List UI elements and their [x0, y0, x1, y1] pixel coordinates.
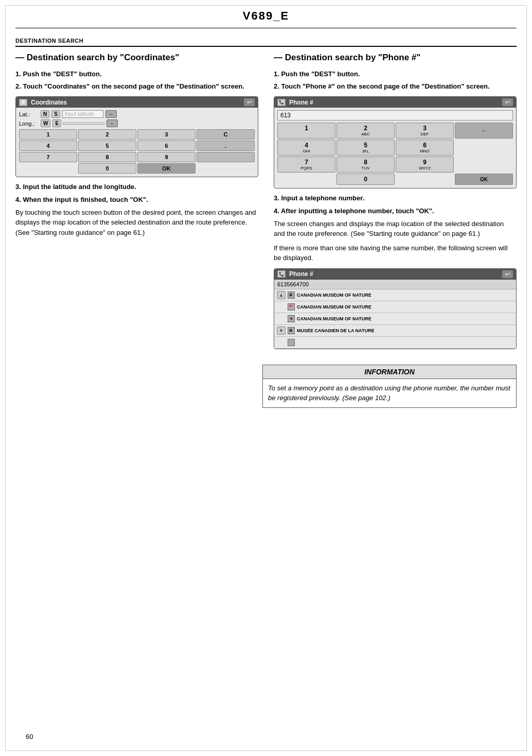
- right-step1: 1. Push the "DEST" button.: [274, 70, 517, 79]
- item-icon-1: 🚩: [288, 303, 295, 311]
- compass-icon: ⊕: [19, 99, 27, 106]
- item-text-1: CANADIAN MUSEUM OF NATURE: [297, 304, 371, 310]
- scroll-up-btn[interactable]: ▲: [277, 291, 286, 299]
- item-icon-2: ★: [288, 315, 295, 322]
- numpad-dot-right[interactable]: .: [197, 141, 255, 151]
- phone-btn-2[interactable]: 2ABC: [336, 123, 395, 139]
- numpad-1[interactable]: 1: [19, 129, 77, 140]
- screen-header-left: ⊕ Coordinates: [19, 99, 67, 106]
- phone-back-button[interactable]: ↩: [502, 98, 513, 106]
- long-row: Long.: W E ←: [19, 119, 255, 127]
- lat-input[interactable]: Input latitude: [62, 110, 103, 118]
- left-section-title: — Destination search by "Coordinates": [15, 52, 258, 63]
- phone-screen-icon: 📞: [277, 99, 286, 106]
- phone-numpad-empty3: [277, 174, 335, 185]
- results-item-0[interactable]: ▲ 🏛 CANADIAN MUSEUM OF NATURE: [274, 289, 516, 301]
- page-number: 60: [26, 733, 33, 741]
- item-text-0: CANADIAN MUSEUM OF NATURE: [297, 293, 371, 298]
- phone-btn-6[interactable]: 6MNO: [396, 140, 454, 156]
- results-screen-header: 📞 Phone # ↩: [274, 269, 516, 280]
- long-input[interactable]: [63, 123, 104, 125]
- right-body2: If there is more than one site having th…: [274, 243, 517, 263]
- left-step4: 4. When the input is finished, touch "OK…: [15, 195, 258, 204]
- results-back-button[interactable]: ↩: [502, 270, 513, 278]
- coordinates-screen: ⊕ Coordinates ↩ Lat.: N S Input latitude…: [15, 96, 258, 177]
- item-icon-0: 🏛: [288, 291, 295, 299]
- phone-backspace-btn[interactable]: ←: [455, 123, 513, 139]
- lat-row: Lat.: N S Input latitude ←: [19, 110, 255, 118]
- phone-screen-title: Phone #: [289, 99, 313, 106]
- lat-label: Lat.:: [19, 111, 39, 117]
- results-item-3[interactable]: ▼ 🏛 MUSÉE CANADIEN DE LA NATURE: [274, 325, 516, 337]
- numpad-c-right[interactable]: C: [197, 129, 255, 140]
- phone-btn-5[interactable]: 5JKL: [336, 140, 395, 156]
- phone-btn-8[interactable]: 8TUV: [336, 157, 395, 173]
- numpad-9[interactable]: 9: [137, 152, 196, 162]
- numpad-3[interactable]: 3: [137, 129, 196, 140]
- results-item-1[interactable]: ▲ 🚩 CANADIAN MUSEUM OF NATURE: [274, 301, 516, 313]
- long-label: Long.:: [19, 121, 39, 127]
- right-body1: The screen changes and displays the map …: [274, 219, 517, 239]
- results-phone-number: 6135664700: [274, 280, 516, 289]
- numpad-extra[interactable]: [197, 152, 255, 162]
- numpad-4[interactable]: 4: [19, 141, 77, 151]
- results-phone-icon: 📞: [277, 270, 286, 278]
- results-item-4: ▲: [274, 337, 516, 349]
- left-body1: By touching the touch screen button of t…: [15, 208, 258, 238]
- phone-screen-header: 📞 Phone # ↩: [274, 97, 516, 108]
- coordinates-title: Coordinates: [31, 99, 67, 106]
- main-content: — Destination search by "Coordinates" 1.…: [15, 52, 517, 354]
- left-column: — Destination search by "Coordinates" 1.…: [15, 52, 258, 354]
- numpad-ok-button[interactable]: OK: [137, 163, 196, 174]
- phone-header-left: 📞 Phone #: [277, 99, 313, 106]
- item-text-3: MUSÉE CANADIEN DE LA NATURE: [297, 328, 375, 333]
- numpad-6[interactable]: 6: [137, 141, 196, 151]
- right-column: — Destination search by "Phone #" 1. Pus…: [274, 52, 517, 354]
- phone-btn-7[interactable]: 7PQRS: [277, 157, 335, 173]
- long-w-button[interactable]: W: [41, 119, 50, 127]
- numpad-0[interactable]: 0: [78, 163, 136, 174]
- phone-input-display[interactable]: 613: [277, 110, 513, 121]
- left-step2: 2. Touch "Coordinates" on the second pag…: [15, 82, 258, 91]
- phone-numpad-empty2: [455, 157, 513, 173]
- numpad-2[interactable]: 2: [78, 129, 136, 140]
- right-step2: 2. Touch "Phone #" on the second page of…: [274, 82, 517, 91]
- phone-btn-0[interactable]: 0: [336, 174, 395, 185]
- left-step3: 3. Input the latitude and the longitude.: [15, 182, 258, 192]
- left-step1: 1. Push the "DEST" button.: [15, 70, 258, 79]
- coordinates-back-button[interactable]: ↩: [244, 98, 255, 106]
- lat-s-button[interactable]: S: [51, 110, 60, 118]
- phone-numpad: 1 2ABC 3DEF ← 4GHI 5JKL 6MNO 7PQRS 8TUV …: [277, 123, 513, 185]
- results-title: Phone #: [289, 270, 313, 278]
- phone-numpad-empty1: [455, 140, 513, 156]
- lat-n-button[interactable]: N: [41, 110, 49, 118]
- information-box: INFORMATION To set a memory point as a d…: [262, 365, 517, 408]
- phone-results-screen: 📞 Phone # ↩ 6135664700 ▲ 🏛 CANADIAN MUSE…: [274, 268, 517, 349]
- numpad-8[interactable]: 8: [78, 152, 136, 162]
- section-header: DESTINATION SEARCH: [15, 38, 517, 47]
- info-box-header: INFORMATION: [263, 365, 516, 379]
- page-header: V689_E: [15, 0, 517, 28]
- phone-btn-3[interactable]: 3DEF: [396, 123, 454, 139]
- coordinates-numpad: 1 2 3 C 4 5 6 . 7 8 9 0 OK: [19, 129, 255, 174]
- numpad-7[interactable]: 7: [19, 152, 77, 162]
- phone-btn-4[interactable]: 4GHI: [277, 140, 335, 156]
- results-header-left: 📞 Phone #: [277, 270, 313, 278]
- item-icon-3: 🏛: [288, 327, 295, 334]
- results-list: ▲ 🏛 CANADIAN MUSEUM OF NATURE ▲ 🚩 CANADI…: [274, 289, 516, 349]
- long-backspace-button[interactable]: ←: [107, 119, 118, 127]
- phone-ok-button[interactable]: OK: [455, 174, 513, 185]
- long-e-button[interactable]: E: [52, 119, 61, 127]
- item-text-2: CANADIAN MUSEUM OF NATURE: [297, 316, 371, 321]
- info-box-body: To set a memory point as a destination u…: [263, 379, 516, 407]
- right-step4: 4. After inputting a telephone number, t…: [274, 207, 517, 216]
- right-step3: 3. Input a telephone number.: [274, 194, 517, 203]
- results-item-2[interactable]: ▲ ★ CANADIAN MUSEUM OF NATURE: [274, 313, 516, 325]
- numpad-5[interactable]: 5: [78, 141, 136, 151]
- scroll-down-btn[interactable]: ▼: [277, 327, 286, 335]
- phone-btn-9[interactable]: 9WXYZ: [396, 157, 454, 173]
- lat-backspace-button[interactable]: ←: [105, 110, 117, 118]
- phone-btn-1[interactable]: 1: [277, 123, 335, 139]
- document-title: V689_E: [243, 9, 289, 22]
- item-icon-4: [288, 339, 295, 346]
